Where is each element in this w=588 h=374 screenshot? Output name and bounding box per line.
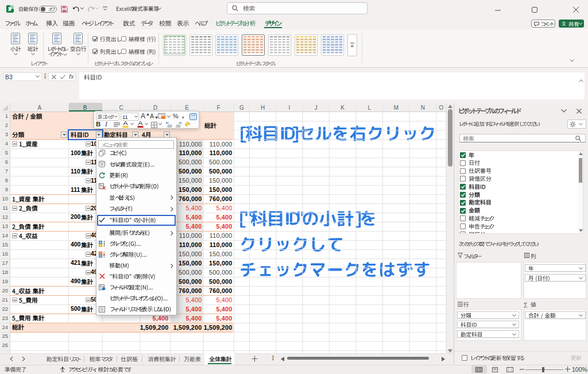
- svg-text:.00: .00: [167, 124, 172, 128]
- svg-text:.00: .00: [175, 124, 180, 128]
